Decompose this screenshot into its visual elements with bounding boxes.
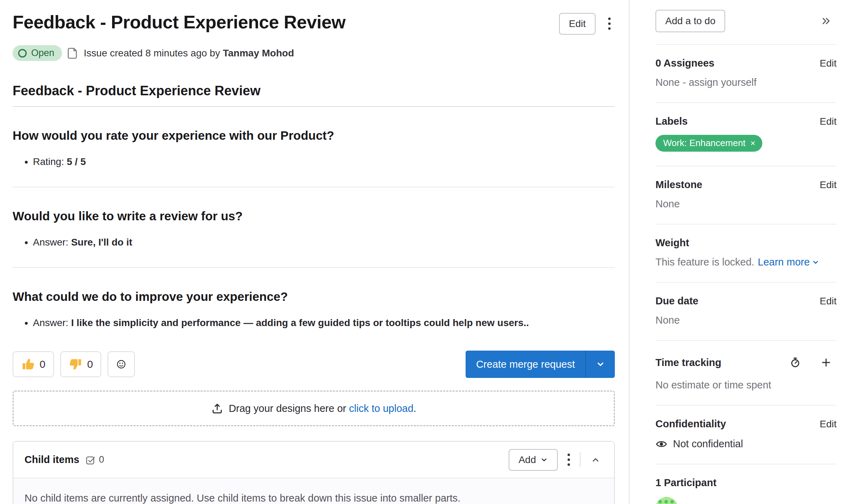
thumbs-down-icon [69,357,83,371]
collapse-sidebar-button[interactable] [815,12,837,30]
child-items-actions: Add [509,449,605,471]
time-tracking-value: No estimate or time spent [655,379,837,391]
participant-avatar[interactable] [655,497,678,504]
question-heading: What could we do to improve your experie… [13,290,615,304]
stopwatch-icon [790,357,801,368]
child-items-count: 0 [99,454,104,465]
participants-title: 1 Participant [655,477,716,489]
eye-icon [655,439,667,449]
time-tracking-section: Time tracking No estimate or [655,341,837,406]
label-remove-icon[interactable]: × [750,139,755,147]
issue-type-icon [68,47,78,59]
main-content: Feedback - Product Experience Review Edi… [0,0,629,504]
kebab-dot [608,22,611,25]
learn-more-label: Learn more [758,256,810,268]
milestone-title: Milestone [655,179,702,191]
due-date-head: Due date Edit [655,295,837,307]
participants-head: 1 Participant [655,477,837,489]
add-todo-button[interactable]: Add a to do [655,10,725,32]
due-date-section: Due date Edit None [655,283,837,341]
confidentiality-title: Confidentiality [655,418,726,430]
child-items-add-button[interactable]: Add [509,449,558,471]
label-pill-text: Work: Enhancement [663,138,746,149]
todo-row: Add a to do [655,10,837,45]
create-merge-request-button[interactable]: Create merge request [466,351,585,378]
assignees-head: 0 Assignees Edit [655,57,837,69]
answer-value: 5 / 5 [67,156,86,167]
designs-dropzone[interactable]: Drag your designs here or click to uploa… [13,391,615,426]
child-items-collapse-button[interactable] [586,452,605,468]
task-check-icon [85,455,96,465]
answer-list: Rating: 5 / 5 [13,154,615,169]
child-items-card: Child items 0 Add [13,441,615,504]
answer-item: Rating: 5 / 5 [33,154,615,169]
milestone-edit-button[interactable]: Edit [820,179,837,191]
kebab-dot [568,458,570,461]
learn-more-link[interactable]: Learn more [758,256,819,268]
chevron-down-icon [540,456,548,464]
answer-label: Answer: [33,237,68,248]
created-meta-text: Issue created 8 minutes ago by Tanmay Mo… [84,48,294,59]
answer-label: Rating: [33,156,64,167]
author-name[interactable]: Tanmay Mohod [223,48,294,58]
confidentiality-section: Confidentiality Edit Not confidential [655,406,837,464]
status-badge: Open [13,45,62,61]
issue-header: Feedback - Product Experience Review Edi… [13,8,615,35]
time-tracking-timer-button[interactable] [785,353,806,372]
chevron-down-icon [812,258,819,266]
designs-drop-text: Drag your designs here or click to uploa… [229,403,416,414]
thumbs-up-button[interactable]: 0 [13,351,54,377]
answer-label: Answer: [33,317,68,328]
add-time-entry-button[interactable] [816,353,837,372]
participants-section: 1 Participant [655,464,837,504]
assignees-title: 0 Assignees [655,57,714,69]
question-heading: Would you like to write a review for us? [13,209,615,223]
thumbs-down-button[interactable]: 0 [60,351,102,377]
chevron-up-icon [591,455,600,464]
kebab-dot [608,27,611,30]
chevron-down-icon [596,360,605,369]
milestone-value: None [655,198,837,210]
milestone-section: Milestone Edit None [655,166,837,225]
assignees-edit-button[interactable]: Edit [820,58,837,69]
confidentiality-edit-button[interactable]: Edit [820,419,837,430]
issue-actions-kebab-button[interactable] [604,13,615,35]
designs-drop-suffix: . [413,403,416,414]
thumbs-up-count: 0 [40,358,46,370]
answer-value: Sure, I'll do it [71,237,132,248]
plus-icon [820,357,832,368]
question-heading: How would you rate your experience with … [13,129,615,143]
create-merge-request-split-button: Create merge request [466,351,615,378]
section-divider [13,267,615,268]
assignees-value[interactable]: None - assign yourself [655,77,837,88]
confidentiality-value-row: Not confidential [655,438,837,450]
section-divider [13,187,615,187]
child-items-title-group: Child items 0 [25,454,104,465]
due-date-value: None [655,315,837,326]
weight-locked-text: This feature is locked. [655,256,754,268]
label-pill[interactable]: Work: Enhancement × [655,135,762,152]
child-items-kebab-button[interactable] [563,449,574,471]
upload-icon [211,402,223,414]
created-text: Issue created 8 minutes ago by [84,48,220,58]
double-chevron-right-icon [820,15,832,27]
page-title: Feedback - Product Experience Review [13,11,345,33]
answer-item: Answer: Sure, I'll do it [33,235,615,250]
award-group: 0 0 [13,351,135,377]
click-to-upload-link[interactable]: click to upload [349,403,413,414]
confidentiality-head: Confidentiality Edit [655,418,837,430]
open-circle-icon [17,48,28,58]
confidentiality-value: Not confidential [673,438,743,450]
labels-section: Labels Edit Work: Enhancement × [655,103,837,166]
add-reaction-button[interactable] [108,351,135,377]
labels-title: Labels [655,116,688,127]
create-merge-request-dropdown-button[interactable] [585,351,615,378]
due-date-edit-button[interactable]: Edit [820,296,837,307]
edit-issue-button[interactable]: Edit [559,13,596,35]
weight-value: This feature is locked. Learn more [655,256,837,268]
time-tracking-actions [785,353,837,372]
labels-edit-button[interactable]: Edit [820,116,837,127]
due-date-title: Due date [655,295,698,307]
time-tracking-title: Time tracking [655,357,721,368]
answer-value: I like the simplicity and performance — … [71,317,529,328]
